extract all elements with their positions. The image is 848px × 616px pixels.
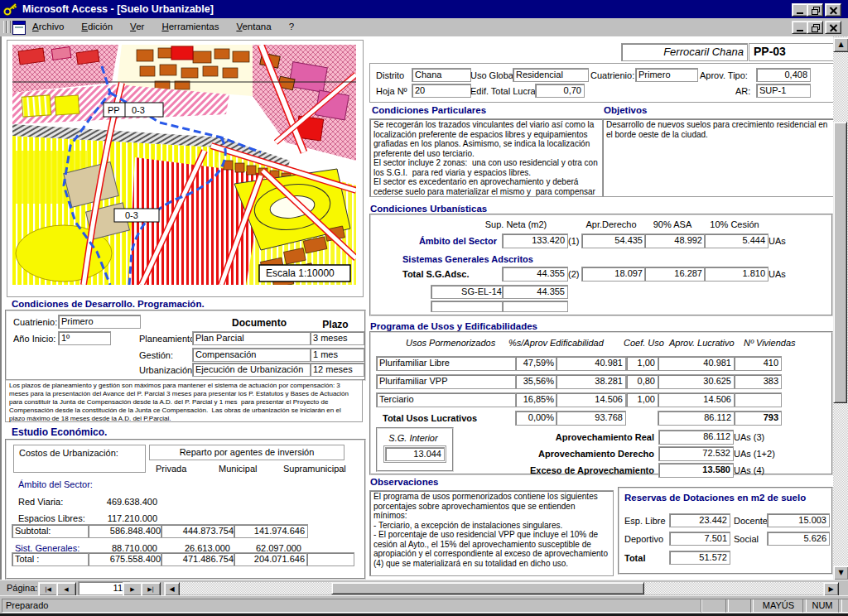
subtotal-field[interactable]: 141.974.646 [234, 524, 308, 538]
urbanizacion-doc-field[interactable]: Ejecución de Urbanización [192, 363, 311, 377]
aprov-field[interactable]: 40.981 [658, 356, 735, 371]
scroll-right-button[interactable]: ▶ [823, 582, 839, 596]
total-empty-field[interactable] [306, 552, 354, 566]
ar-label: AR: [735, 86, 750, 97]
total-aprov-field[interactable]: 86.112 [658, 411, 735, 426]
coef-field[interactable]: 1,00 [626, 392, 658, 407]
sg-derecho-field[interactable]: 18.097 [581, 267, 646, 282]
aprov-tipo-field[interactable]: 0,408 [756, 68, 811, 82]
subtotal-label-box[interactable]: Subtotal: [12, 524, 89, 538]
observaciones-text[interactable]: El programa de usos pormenorizados conti… [369, 490, 614, 576]
uso-field[interactable]: Plurifamiliar Libre [376, 356, 517, 371]
aprov-derecho-field[interactable]: 72.532 [658, 446, 734, 461]
ambito-cesion-field[interactable]: 5.444 [704, 233, 768, 248]
first-record-button[interactable]: |◀ [38, 582, 58, 596]
planeamiento-plazo-field[interactable]: 3 meses [310, 331, 364, 345]
ambito-asa-field[interactable]: 48.992 [644, 233, 706, 248]
urbanizacion-plazo-field[interactable]: 12 meses [310, 363, 364, 377]
sg-code-empty-field[interactable] [431, 301, 505, 312]
cuatrienio2-field[interactable]: Primero [58, 315, 141, 329]
menu-edicion[interactable]: Edición [79, 22, 115, 31]
edif-field[interactable]: 40.981 [556, 356, 626, 371]
docente-field[interactable]: 15.003 [767, 513, 830, 527]
total-sg-sup-field[interactable]: 44.355 [502, 267, 568, 282]
total-edif-field[interactable]: 93.768 [556, 411, 626, 426]
cuatrienio-label: Cuatrienio: [590, 70, 634, 81]
sector-name-box[interactable]: Ferrocaril Chana [621, 43, 748, 61]
social-field[interactable]: 5.626 [767, 532, 830, 546]
distrito-field[interactable]: Chana [412, 68, 471, 82]
child-close-button[interactable] [825, 21, 841, 34]
menu-ver[interactable]: Ver [128, 22, 147, 31]
next-record-icon: ▶ [130, 586, 134, 593]
vertical-scrollbar-thumb[interactable] [833, 122, 847, 403]
child-restore-button[interactable] [807, 21, 823, 34]
restore-button[interactable] [807, 3, 823, 17]
coef-field[interactable]: 1,00 [626, 356, 658, 371]
sg-cesion-field[interactable]: 1.810 [704, 267, 768, 282]
sector-code-box[interactable]: PP-03 [749, 43, 834, 61]
menu-herramientas[interactable]: Herramientas [159, 22, 221, 31]
deportivo-field[interactable]: 7.501 [669, 532, 730, 546]
ar-field[interactable]: SUP-1 [756, 84, 811, 98]
close-button[interactable] [825, 3, 841, 17]
ambito-derecho-field[interactable]: 54.435 [581, 233, 646, 248]
exceso-aprov-field[interactable]: 13.580 [658, 463, 734, 478]
scroll-left-button[interactable]: ◀ [164, 582, 180, 596]
gestion-plazo-field[interactable]: 1 mes [310, 348, 364, 362]
uso-global-field[interactable]: Residencial [513, 68, 589, 82]
total-field[interactable]: 471.486.754 [161, 552, 237, 566]
total-viviendas-field[interactable]: 793 [734, 411, 782, 426]
viv-field[interactable] [734, 392, 782, 407]
total-field[interactable]: 204.071.646 [234, 552, 308, 566]
aprov-field[interactable]: 30.625 [658, 374, 735, 389]
next-record-button[interactable]: ▶ [123, 582, 142, 596]
cuatrienio-field[interactable]: Primero [635, 68, 698, 82]
pct-field[interactable]: 35,56% [515, 374, 557, 389]
sg-asa-field[interactable]: 16.287 [644, 267, 706, 282]
uso-field[interactable]: Plurifamiliar VPP [376, 374, 517, 389]
total-pct-field[interactable]: 0,00% [515, 411, 557, 426]
child-minimize-button[interactable] [792, 21, 808, 34]
pct-field[interactable]: 16,85% [515, 392, 557, 407]
menu-ventana[interactable]: Ventana [234, 22, 273, 31]
scroll-down-button[interactable]: ▼ [833, 565, 848, 580]
sg-interior-box[interactable]: 13.044 [383, 445, 446, 463]
pct-field[interactable]: 47,59% [515, 356, 557, 371]
planeamiento-doc-field[interactable]: Plan Parcial [192, 331, 311, 345]
objetivos-text[interactable]: Desarrollo de nuevos suelos para crecimi… [602, 118, 834, 197]
subtotal-field[interactable]: 586.848.400 [88, 524, 164, 538]
uso-field[interactable]: Terciario [376, 392, 517, 407]
esp-libre-field[interactable]: 23.442 [669, 513, 730, 527]
total-label-box[interactable]: Total : [12, 552, 89, 566]
particulares-text[interactable]: Se recogerán los trazados vinculantes de… [369, 118, 603, 197]
subtotal-field[interactable]: 444.873.754 [161, 524, 237, 538]
gestion-doc-field[interactable]: Compensación [192, 348, 311, 362]
scroll-up-button[interactable]: ▲ [833, 37, 848, 52]
svg-text:PP: PP [108, 105, 120, 115]
sg-sup-empty-field[interactable] [502, 301, 568, 312]
previous-record-button[interactable]: ◀ [56, 582, 76, 596]
edif-field[interactable]: 14.506 [556, 392, 626, 407]
form-icon[interactable] [12, 21, 26, 35]
menu-archivo[interactable]: Archivo [30, 22, 66, 31]
coef-field[interactable]: 0,80 [626, 374, 658, 389]
total-field[interactable]: 675.558.400 [88, 552, 164, 566]
menu-ayuda[interactable]: ? [287, 22, 296, 31]
edif-total-field[interactable]: 0,70 [535, 84, 585, 98]
reservas-total-field[interactable]: 51.572 [669, 551, 730, 565]
anio-inicio-field[interactable]: 1º [58, 331, 111, 345]
aprov-real-field[interactable]: 86.112 [658, 430, 734, 445]
last-record-button[interactable]: ▶| [141, 582, 161, 596]
hoja-field[interactable]: 20 [412, 84, 471, 98]
sg-code-sup-field[interactable]: 44.355 [502, 285, 568, 299]
ambito-sup-field[interactable]: 133.420 [502, 233, 568, 248]
minimize-button[interactable] [792, 3, 808, 17]
aprov-field[interactable]: 14.506 [658, 392, 735, 407]
edif-field[interactable]: 38.281 [556, 374, 626, 389]
horizontal-scrollbar-thumb[interactable] [331, 582, 644, 594]
toolbar-grip[interactable] [3, 21, 12, 35]
viv-field[interactable]: 383 [734, 374, 782, 389]
sg-code-field[interactable]: SG-EL-14 [431, 285, 505, 299]
viv-field[interactable]: 410 [734, 356, 782, 371]
